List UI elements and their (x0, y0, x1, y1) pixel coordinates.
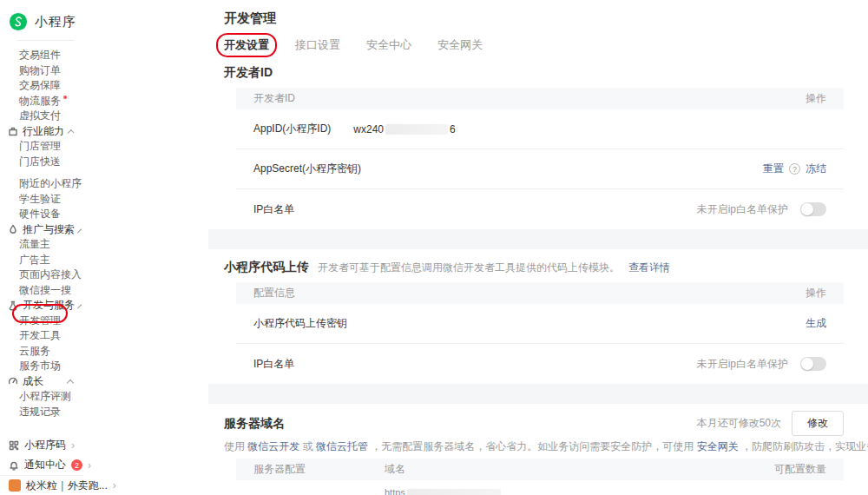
sidebar-item-cloud-service[interactable]: 云服务 (0, 344, 83, 360)
new-dot (63, 96, 67, 99)
section-gap (208, 384, 868, 404)
sidebar-item-trade-components[interactable]: 交易组件 (0, 48, 83, 63)
sidebar-item-service-market[interactable]: 服务市场 (0, 359, 83, 374)
server-domain-desc: 使用 微信云开发 或 微信云托管 ，无需配置服务器域名，省心省力。如业务访问需要… (224, 440, 844, 453)
notification-center-entry[interactable]: 通知中心 2 › (0, 455, 83, 475)
appsecret-row: AppSecret(小程序密钥) 重置 ? 冻结 (236, 149, 844, 189)
sidebar-section-dev-service[interactable]: 开发与服务 (0, 298, 83, 314)
sidebar-item-advertiser[interactable]: 广告主 (0, 253, 83, 268)
redacted-appid (385, 124, 448, 135)
page-title: 开发管理 (224, 10, 868, 27)
sidebar-section-industry[interactable]: 行业能力 (0, 124, 83, 140)
code-upload-table: 配置信息 操作 小程序代码上传密钥 生成 IP白名单 未开启ip白名单保护 (236, 282, 844, 384)
sidebar-item-dev-management[interactable]: 开发管理 (0, 314, 83, 329)
brand-header: 小程序 (0, 7, 208, 36)
ip-whitelist-row: IP白名单 未开启ip白名单保护 (236, 189, 844, 229)
security-gateway-link[interactable]: 安全网关 (697, 440, 739, 452)
bell-icon (9, 460, 19, 471)
appid-value: wx2406 (353, 123, 455, 135)
upload-key-row: 小程序代码上传密钥 生成 (236, 304, 844, 344)
domain-list: https https httpsm (385, 487, 748, 495)
sidebar-item-virtual-pay[interactable]: 虚拟支付 (0, 109, 83, 124)
tab-dev-settings[interactable]: 开发设置 (224, 37, 269, 53)
ip-whitelist-status: 未开启ip白名单保护 (697, 357, 788, 372)
code-upload-desc: 开发者可基于配置信息调用微信开发者工具提供的代码上传模块。 (318, 261, 620, 275)
tab-security-gateway[interactable]: 安全网关 (437, 37, 483, 53)
generate-link[interactable]: 生成 (806, 316, 826, 331)
sidebar-item-page-content-access[interactable]: 页面内容接入 (0, 267, 83, 283)
toggle-knob (801, 358, 813, 370)
ip-whitelist-status: 未开启ip白名单保护 (697, 202, 788, 217)
main-content: 开发管理 开发设置 接口设置 安全中心 安全网关 开发者ID 开发者ID 操作 … (208, 0, 868, 495)
sidebar-item-store-delivery[interactable]: 门店快送 (0, 155, 83, 170)
ip-whitelist-toggle[interactable] (800, 202, 826, 216)
request-domain-row: request合法域名 https https httpsm 300个 (236, 480, 844, 495)
server-domain-table: 服务器配置 域名 可配置数量 request合法域名 https https h… (236, 459, 844, 495)
appsecret-label: AppSecret(小程序密钥) (253, 162, 361, 176)
toggle-knob (801, 203, 813, 215)
sidebar-item-trade-guarantee[interactable]: 交易保障 (0, 78, 83, 94)
notification-badge: 2 (71, 459, 82, 471)
ip-whitelist-label: IP白名单 (253, 202, 294, 217)
sidebar-item-logistics-service[interactable]: 物流服务 (0, 94, 83, 109)
modify-button[interactable]: 修改 (792, 411, 844, 436)
industry-icon (8, 126, 18, 136)
growth-icon (8, 376, 18, 386)
code-upload-header: 小程序代码上传 开发者可基于配置信息调用微信开发者工具提供的代码上传模块。 查看… (224, 260, 844, 275)
modify-quota-text: 本月还可修改50次 (697, 416, 781, 431)
account-entry[interactable]: 校米粒｜外卖跑... › (0, 475, 83, 495)
tab-interface-settings[interactable]: 接口设置 (295, 37, 340, 53)
help-icon[interactable]: ? (789, 163, 800, 175)
sidebar-item-dev-tools[interactable]: 开发工具 (0, 328, 83, 344)
sidebar-footer: 小程序码 › 通知中心 2 › 校米粒｜外卖跑... › (0, 435, 83, 495)
chevron-right-icon: › (113, 479, 116, 492)
sidebar-item-traffic-master[interactable]: 流量主 (0, 237, 83, 253)
table-header: 服务器配置 域名 可配置数量 (236, 459, 844, 480)
table-header: 开发者ID 操作 (236, 88, 844, 109)
col-actions: 操作 (806, 91, 826, 106)
section-gap (208, 229, 868, 249)
sidebar-item-shop-orders[interactable]: 购物订单 (0, 63, 83, 79)
sidebar: 小程序 交易组件 购物订单 交易保障 物流服务 虚拟支付 行业能力 门店管理 门… (0, 0, 208, 495)
upload-key-label: 小程序代码上传密钥 (253, 316, 347, 331)
col-actions: 操作 (806, 286, 826, 300)
col-config-info: 配置信息 (253, 286, 295, 300)
cloud-dev-link[interactable]: 微信云开发 (247, 440, 299, 452)
sidebar-item-student-verify[interactable]: 学生验证 (0, 192, 83, 208)
code-upload-section: 小程序代码上传 开发者可基于配置信息调用微信开发者工具提供的代码上传模块。 查看… (221, 260, 844, 384)
ip-whitelist-toggle[interactable] (800, 357, 826, 371)
col-developer-id: 开发者ID (253, 91, 295, 106)
dev-service-icon (8, 300, 18, 311)
sidebar-item-miniprogram-evaluation[interactable]: 小程序评测 (0, 389, 83, 405)
server-domain-title: 服务器域名 (224, 416, 285, 432)
redacted-domain (407, 489, 501, 495)
col-config-count: 可配置数量 (748, 462, 826, 477)
col-server-config: 服务器配置 (253, 462, 385, 477)
sidebar-item-hardware-device[interactable]: 硬件设备 (0, 207, 83, 222)
chevron-up-icon[interactable] (77, 228, 82, 233)
developer-id-table: 开发者ID 操作 AppID(小程序ID) wx2406 AppSecret(小… (236, 88, 844, 229)
chevron-up-icon[interactable] (68, 129, 75, 136)
freeze-link[interactable]: 冻结 (806, 162, 826, 176)
qr-code-icon (9, 440, 19, 451)
page-header: 开发管理 开发设置 接口设置 安全中心 安全网关 (208, 10, 868, 53)
cloud-hosting-link[interactable]: 微信云托管 (316, 440, 368, 452)
sidebar-section-promo-search[interactable]: 推广与搜索 (0, 222, 83, 238)
tab-security-center[interactable]: 安全中心 (366, 37, 411, 53)
sidebar-item-nearby-miniprogram[interactable]: 附近的小程序 (0, 176, 83, 192)
server-domain-section: 服务器域名 本月还可修改50次 修改 使用 微信云开发 或 微信云托管 ，无需配… (221, 411, 844, 495)
code-upload-title: 小程序代码上传 (224, 260, 309, 275)
chevron-up-icon[interactable] (77, 305, 82, 309)
reset-link[interactable]: 重置 (763, 162, 784, 176)
sidebar-section-growth[interactable]: 成长 (0, 374, 83, 390)
miniprogram-qr-entry[interactable]: 小程序码 › (0, 435, 83, 455)
sidebar-item-store-management[interactable]: 门店管理 (0, 139, 83, 155)
sidebar-item-wechat-search[interactable]: 微信搜一搜 (0, 283, 83, 299)
sidebar-item-violation-record[interactable]: 违规记录 (0, 405, 83, 420)
table-header: 配置信息 操作 (236, 282, 844, 304)
promo-icon (8, 224, 18, 234)
ip-whitelist-label: IP白名单 (253, 357, 294, 372)
sidebar-nav: 交易组件 购物订单 交易保障 物流服务 虚拟支付 行业能力 门店管理 门店快送 … (0, 48, 83, 419)
chevron-up-icon[interactable] (67, 380, 74, 386)
view-details-link[interactable]: 查看详情 (628, 261, 670, 275)
